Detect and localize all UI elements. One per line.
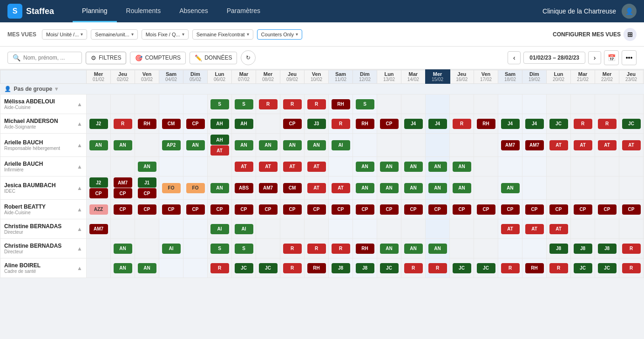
view-dropdown-1[interactable]: Mois/ Unité /... ▾	[42, 29, 87, 40]
schedule-day-cell[interactable]: R	[401, 258, 426, 278]
schedule-day-cell[interactable]: AT	[498, 219, 522, 239]
schedule-day-cell[interactable]	[159, 95, 183, 114]
schedule-day-cell[interactable]: AN	[111, 239, 135, 258]
nav-roulements[interactable]: Roulements	[117, 0, 170, 22]
nav-absences[interactable]: Absences	[170, 0, 217, 22]
schedule-day-cell[interactable]: AN	[450, 157, 474, 176]
schedule-day-cell[interactable]	[571, 176, 595, 200]
schedule-day-cell[interactable]: S	[232, 239, 256, 258]
schedule-day-cell[interactable]	[135, 239, 159, 258]
schedule-day-cell[interactable]: RH	[474, 114, 498, 134]
schedule-day-cell[interactable]: CP	[474, 200, 498, 219]
schedule-day-cell[interactable]: R	[426, 258, 450, 278]
schedule-day-cell[interactable]	[547, 157, 571, 176]
schedule-day-cell[interactable]: AN	[401, 176, 426, 200]
schedule-day-cell[interactable]: CP	[135, 200, 159, 219]
schedule-day-cell[interactable]: AT	[619, 134, 644, 157]
schedule-day-cell[interactable]	[474, 157, 498, 176]
schedule-day-cell[interactable]: AM7	[498, 134, 522, 157]
schedule-day-cell[interactable]: R	[571, 114, 595, 134]
schedule-day-cell[interactable]: AM7	[256, 176, 280, 200]
schedule-day-cell[interactable]: AHAT	[208, 134, 232, 157]
schedule-day-cell[interactable]: R	[619, 239, 644, 258]
schedule-day-cell[interactable]	[135, 134, 159, 157]
schedule-day-cell[interactable]	[87, 239, 111, 258]
schedule-day-cell[interactable]	[474, 219, 498, 239]
schedule-day-cell[interactable]: CP	[377, 200, 401, 219]
person-expand-icon[interactable]: ▲	[77, 226, 82, 232]
schedule-day-cell[interactable]: JC	[547, 114, 571, 134]
schedule-day-cell[interactable]	[450, 134, 474, 157]
schedule-day-cell[interactable]: S	[208, 95, 232, 114]
schedule-day-cell[interactable]: AN	[87, 134, 111, 157]
schedule-day-cell[interactable]: AI	[232, 219, 256, 239]
view-dropdown-2[interactable]: Semaine/unit... ▾	[91, 29, 137, 40]
schedule-day-cell[interactable]: R	[498, 258, 522, 278]
schedule-day-cell[interactable]	[377, 95, 401, 114]
filters-button[interactable]: ⚙ FILTRES	[86, 52, 126, 64]
view-dropdown-4[interactable]: Semaine Fixe/contrat ▾	[192, 29, 253, 40]
schedule-day-cell[interactable]	[426, 219, 450, 239]
schedule-day-cell[interactable]	[401, 134, 426, 157]
schedule-day-cell[interactable]: AN	[256, 134, 280, 157]
schedule-day-cell[interactable]	[426, 95, 450, 114]
schedule-day-cell[interactable]: RH	[329, 95, 353, 114]
schedule-day-cell[interactable]: S	[232, 95, 256, 114]
schedule-day-cell[interactable]: FO	[159, 176, 183, 200]
schedule-day-cell[interactable]: AM7	[87, 219, 111, 239]
schedule-day-cell[interactable]: CP	[159, 200, 183, 219]
schedule-day-cell[interactable]	[280, 219, 305, 239]
schedule-day-cell[interactable]	[353, 134, 377, 157]
schedule-day-cell[interactable]: AN	[377, 239, 401, 258]
schedule-day-cell[interactable]: AT	[547, 134, 571, 157]
schedule-day-cell[interactable]	[111, 95, 135, 114]
schedule-day-cell[interactable]: RH	[522, 258, 547, 278]
schedule-day-cell[interactable]: AN	[426, 157, 450, 176]
schedule-day-cell[interactable]	[450, 239, 474, 258]
schedule-day-cell[interactable]	[595, 157, 619, 176]
configure-views-btn[interactable]: CONFIGURER MES VUES ⊞	[553, 28, 637, 41]
schedule-day-cell[interactable]: R	[280, 95, 305, 114]
schedule-day-cell[interactable]	[87, 95, 111, 114]
schedule-day-cell[interactable]: AN	[208, 176, 232, 200]
schedule-day-cell[interactable]: CP	[329, 200, 353, 219]
schedule-day-cell[interactable]	[619, 176, 644, 200]
schedule-day-cell[interactable]: AH	[208, 114, 232, 134]
schedule-day-cell[interactable]	[353, 219, 377, 239]
schedule-day-cell[interactable]: CP	[111, 200, 135, 219]
schedule-day-cell[interactable]	[159, 157, 183, 176]
schedule-day-cell[interactable]: R	[547, 258, 571, 278]
schedule-day-cell[interactable]	[474, 239, 498, 258]
schedule-day-cell[interactable]: S	[353, 95, 377, 114]
schedule-day-cell[interactable]: AT	[329, 176, 353, 200]
schedule-day-cell[interactable]	[208, 157, 232, 176]
schedule-day-cell[interactable]: R	[256, 95, 280, 114]
schedule-day-cell[interactable]: AT	[571, 134, 595, 157]
schedule-day-cell[interactable]: R	[280, 239, 305, 258]
schedule-day-cell[interactable]	[571, 219, 595, 239]
schedule-day-cell[interactable]: J4	[498, 114, 522, 134]
schedule-day-cell[interactable]: JC	[256, 258, 280, 278]
person-expand-icon[interactable]: ▲	[77, 101, 82, 108]
schedule-day-cell[interactable]: AN	[353, 157, 377, 176]
schedule-day-cell[interactable]: CP	[377, 114, 401, 134]
schedule-day-cell[interactable]: CP	[232, 200, 256, 219]
schedule-day-cell[interactable]	[619, 95, 644, 114]
schedule-day-cell[interactable]: AN	[183, 134, 208, 157]
schedule-day-cell[interactable]: RH	[353, 239, 377, 258]
schedule-day-cell[interactable]: AT	[305, 157, 329, 176]
prev-date-button[interactable]: ‹	[508, 51, 521, 64]
schedule-day-cell[interactable]	[498, 157, 522, 176]
schedule-day-cell[interactable]: CM	[280, 176, 305, 200]
schedule-day-cell[interactable]: ABS	[232, 176, 256, 200]
person-expand-icon[interactable]: ▲	[77, 265, 82, 271]
view-dropdown-5[interactable]: Counters Only ▾	[257, 29, 302, 40]
schedule-day-cell[interactable]: JC	[377, 258, 401, 278]
search-input[interactable]	[23, 54, 77, 61]
schedule-day-cell[interactable]: R	[305, 239, 329, 258]
schedule-day-cell[interactable]	[256, 239, 280, 258]
schedule-day-cell[interactable]: JC	[619, 114, 644, 134]
schedule-day-cell[interactable]: AN	[135, 258, 159, 278]
schedule-day-cell[interactable]: R	[208, 258, 232, 278]
schedule-day-cell[interactable]: JC	[595, 258, 619, 278]
